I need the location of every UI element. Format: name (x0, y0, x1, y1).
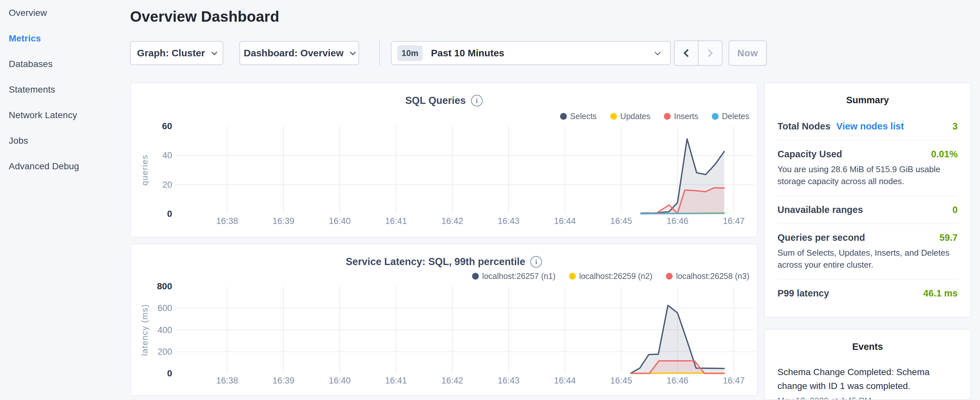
svg-text:800: 800 (157, 281, 172, 291)
dashboard-dropdown[interactable]: Dashboard: Overview (239, 41, 359, 65)
sidebar-item-jobs[interactable]: Jobs (0, 128, 129, 153)
sidebar-nav-list: Overview Metrics Databases Statements Ne… (0, 0, 129, 179)
svg-text:16:44: 16:44 (554, 216, 576, 226)
summary-row-label: Capacity Used (778, 149, 842, 159)
event-message: Schema Change Completed: Schema change w… (778, 365, 958, 393)
svg-text:0: 0 (167, 368, 172, 378)
summary-row-value: 46.1 ms (923, 288, 958, 299)
svg-text:16:40: 16:40 (329, 216, 351, 226)
sidebar-item-metrics[interactable]: Metrics (0, 25, 129, 51)
summary-row-description: Sum of Selects, Updates, Inserts, and De… (778, 247, 958, 271)
summary-panel: Summary Total Nodes View nodes list 3 Ca… (764, 83, 971, 317)
svg-text:16:38: 16:38 (216, 376, 238, 386)
summary-row-value: 3 (953, 121, 958, 132)
chevron-down-icon (654, 49, 660, 55)
svg-text:20: 20 (162, 180, 172, 190)
events-panel: Events Schema Change Completed: Schema c… (764, 329, 971, 400)
sidebar-item-overview[interactable]: Overview (0, 0, 129, 25)
divider (778, 279, 958, 280)
page-title: Overview Dashboard (130, 8, 279, 25)
svg-text:16:42: 16:42 (441, 376, 463, 386)
summary-row-capacity-used: Capacity Used 0.01% (778, 149, 958, 159)
summary-row-description: You are using 28.6 MiB of 515.9 GiB usab… (778, 163, 958, 187)
summary-row-label: Queries per second (778, 233, 865, 243)
svg-text:40: 40 (162, 150, 172, 160)
sidebar-item-advanced-debug[interactable]: Advanced Debug (0, 153, 129, 179)
svg-text:16:41: 16:41 (385, 376, 407, 386)
svg-text:16:38: 16:38 (216, 216, 238, 226)
controls-divider (379, 40, 380, 66)
events-title: Events (778, 341, 958, 352)
service-latency-chart-card: Service Latency: SQL, 99th percentile i … (130, 244, 758, 396)
sidebar-item-statements[interactable]: Statements (0, 77, 129, 102)
svg-text:16:47: 16:47 (723, 216, 745, 226)
svg-text:16:41: 16:41 (385, 216, 407, 226)
summary-row-label: P99 latency (778, 288, 829, 299)
svg-text:queries: queries (140, 155, 150, 186)
svg-text:200: 200 (158, 347, 172, 357)
svg-text:16:39: 16:39 (272, 376, 294, 386)
summary-row-unavailable-ranges: Unavailable ranges 0 (778, 204, 958, 215)
sql-queries-chart[interactable]: 16:3816:3916:4016:4116:4216:4316:4416:45… (131, 83, 757, 237)
sidebar-item-network-latency[interactable]: Network Latency (0, 102, 129, 128)
time-window-badge: 10m (397, 45, 423, 61)
svg-text:16:44: 16:44 (554, 376, 576, 386)
dashboard-label: Dashboard: Overview (243, 48, 343, 59)
svg-text:16:39: 16:39 (272, 216, 294, 226)
graph-scope-dropdown[interactable]: Graph: Cluster (130, 41, 223, 65)
svg-text:latency (ms): latency (ms) (140, 304, 150, 356)
summary-row-value: 59.7 (940, 233, 958, 243)
svg-text:400: 400 (158, 325, 172, 335)
sql-queries-chart-card: SQL Queries i SelectsUpdatesInsertsDelet… (130, 83, 758, 237)
time-shift-forward-button[interactable] (698, 41, 722, 65)
chevron-left-icon (683, 49, 691, 57)
summary-row-total-nodes: Total Nodes View nodes list 3 (778, 121, 958, 132)
time-window-dropdown[interactable]: 10m Past 10 Minutes (391, 41, 671, 65)
chevron-down-icon (350, 49, 356, 55)
svg-text:0: 0 (167, 209, 172, 219)
svg-text:60: 60 (162, 121, 172, 131)
summary-row-label: Unavailable ranges (778, 204, 863, 215)
chevron-right-icon (705, 49, 713, 57)
time-shift-button-group (674, 40, 722, 66)
summary-title: Summary (778, 95, 958, 105)
event-timestamp: May 13, 2020 at 4:45 PM (778, 396, 958, 400)
svg-text:16:45: 16:45 (610, 216, 632, 226)
svg-text:16:40: 16:40 (329, 376, 351, 386)
time-window-label: Past 10 Minutes (431, 48, 504, 59)
summary-row-p99-latency: P99 latency 46.1 ms (778, 288, 958, 299)
svg-text:16:45: 16:45 (610, 376, 632, 386)
svg-text:16:43: 16:43 (498, 216, 520, 226)
graph-scope-label: Graph: Cluster (137, 48, 205, 59)
svg-text:16:43: 16:43 (498, 376, 520, 386)
time-shift-back-button[interactable] (675, 41, 698, 65)
summary-row-value: 0 (953, 204, 958, 215)
svg-text:16:46: 16:46 (667, 376, 689, 386)
chevron-down-icon (211, 49, 217, 55)
svg-text:16:42: 16:42 (441, 216, 463, 226)
svg-text:16:47: 16:47 (723, 376, 745, 386)
now-button[interactable]: Now (729, 40, 767, 66)
summary-row-value: 0.01% (931, 149, 958, 159)
svg-text:600: 600 (158, 303, 172, 313)
service-latency-chart[interactable]: 16:3816:3916:4016:4116:4216:4316:4416:45… (131, 244, 757, 395)
view-nodes-list-link[interactable]: View nodes list (836, 121, 904, 132)
svg-text:16:46: 16:46 (667, 216, 689, 226)
sidebar-item-databases[interactable]: Databases (0, 51, 129, 77)
divider (778, 196, 958, 196)
sidebar: Overview Metrics Databases Statements Ne… (0, 0, 129, 400)
divider (778, 140, 958, 140)
summary-row-label: Total Nodes (778, 121, 830, 132)
summary-row-queries-per-second: Queries per second 59.7 (778, 233, 958, 243)
